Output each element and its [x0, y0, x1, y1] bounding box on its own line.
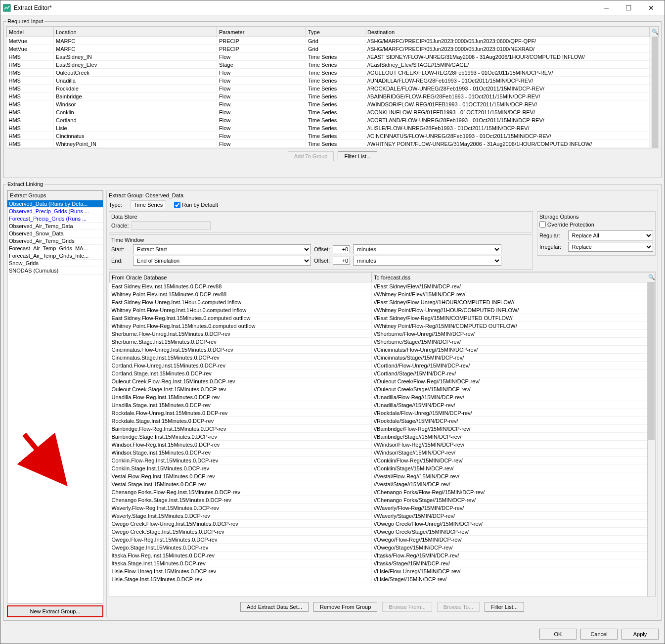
table-row[interactable]: Whitney Point.Flow-Unreg.Inst.1Hour.0.co… [110, 306, 655, 314]
run-by-default-input[interactable] [174, 202, 180, 208]
table-row[interactable]: Rockdale.Flow-Unreg.Inst.15Minutes.0.DCP… [110, 409, 655, 417]
table-row[interactable]: Owego Creek.Stage.Inst.15Minutes.0.DCP-r… [110, 528, 655, 536]
table-row[interactable]: Chenango Forks.Flow-Reg.Inst.15Minutes.0… [110, 488, 655, 496]
db-mapping-table[interactable]: From Oracle Database To forecast.dss 🔍 E… [109, 272, 656, 597]
filter-list-button-2[interactable]: Filter List... [485, 602, 524, 612]
ok-button[interactable]: OK [539, 629, 576, 640]
table-row[interactable]: MetVueMARFCPRECIPGrid//SHG/MARFC/PRECIP/… [7, 45, 659, 53]
extract-group-item[interactable]: Observed_Snow_Data [7, 230, 103, 237]
search-icon[interactable]: 🔍 [650, 27, 659, 37]
table-row[interactable]: Chenango Forks.Stage.Inst.15Minutes.0.DC… [110, 496, 655, 504]
run-by-default-checkbox[interactable]: Run by Default [174, 202, 218, 208]
regular-select[interactable]: Replace All [568, 230, 653, 240]
required-input-table[interactable]: ModelLocationParameterTypeDestination🔍 M… [6, 26, 659, 148]
table-row[interactable]: Cincinnatus.Stage.Inst.15Minutes.0.DCP-r… [110, 354, 655, 362]
table-row[interactable]: Owego.Flow-Reg.Inst.15Minutes.0.DCP-rev/… [110, 536, 655, 544]
table-row[interactable]: Bainbridge.Flow-Reg.Inst.15Minutes.0.DCP… [110, 425, 655, 433]
close-button[interactable]: ✕ [640, 1, 662, 15]
minimize-button[interactable]: ─ [595, 1, 618, 15]
table-row[interactable]: Itaska.Stage.Inst.15Minutes.0.DCP-rev//I… [110, 559, 655, 567]
table-row[interactable]: Vestal.Flow-Reg.Inst.15Minutes.0.DCP-rev… [110, 472, 655, 480]
table-row[interactable]: HMSOuleoutCreekFlowTime Series//OULEOUT … [7, 69, 659, 77]
apply-button[interactable]: Apply [621, 629, 659, 640]
table-row[interactable]: Waverly.Stage.Inst.15Minutes.0.DCP-rev//… [110, 512, 655, 520]
table-row[interactable]: East Sidney.Flow-Unreg.Inst.1Hour.0.comp… [110, 298, 655, 306]
table-row[interactable]: Bainbridge.Stage.Inst.15Minutes.0.DCP-re… [110, 433, 655, 441]
override-input[interactable] [539, 221, 546, 228]
table-row[interactable]: Lisle.Stage.Inst.15Minutes.0.DCP-rev//Li… [110, 575, 655, 583]
table-row[interactable]: Unadilla.Stage.Inst.15Minutes.0.DCP-rev/… [110, 401, 655, 409]
table-row[interactable]: Owego Creek.Flow-Unreg.Inst.15Minutes.0.… [110, 520, 655, 528]
table-row[interactable]: HMSBainbridgeFlowTime Series//BAINBRIDGE… [7, 92, 659, 100]
table-row[interactable]: Conklin.Flow-Reg.Inst.15Minutes.0.DCP-re… [110, 457, 655, 464]
end-select[interactable]: End of Simulation [133, 256, 311, 266]
table-row[interactable]: HMSWindsorFlowTime Series//WINDSOR/FLOW-… [7, 100, 659, 108]
extract-group-item[interactable]: Observed_Air_Temp_Grids [7, 237, 103, 245]
ri-header[interactable]: Destination [365, 27, 650, 37]
table-row[interactable]: Windsor.Flow-Reg.Inst.15Minutes.0.DCP-re… [110, 441, 655, 449]
table-row[interactable]: HMSUnadillaFlowTime Series//UNADILLA/FLO… [7, 77, 659, 85]
start-unit-select[interactable]: minutes [353, 244, 501, 254]
browse-from-button[interactable]: Browse From... [382, 602, 432, 612]
extract-group-item[interactable]: Observed_Air_Temp_Data [7, 223, 103, 230]
table-row[interactable]: Ouleout Creek.Stage.Inst.15Minutes.0.DCP… [110, 385, 655, 393]
browse-to-button[interactable]: Browse To... [437, 602, 480, 612]
db-header-from[interactable]: From Oracle Database [110, 273, 372, 282]
table-row[interactable]: HMSCortlandFlowTime Series//CORTLAND/FLO… [7, 116, 659, 124]
table-row[interactable]: MetVueMARFCPRECIPGrid//SHG/MARFC/PRECIP/… [7, 37, 659, 45]
extract-group-item[interactable]: Observed_Data (Runs by Defa... [7, 200, 103, 208]
irregular-select[interactable]: Replace [568, 242, 653, 252]
search-icon[interactable]: 🔍 [646, 273, 655, 282]
table-row[interactable]: Lisle.Flow-Unreg.Inst.15Minutes.0.DCP-re… [110, 567, 655, 575]
add-extract-data-set-button[interactable]: Add Extract Data Set... [240, 602, 309, 612]
table-row[interactable]: Cincinnatus.Flow-Unreg.Inst.15Minutes.0.… [110, 346, 655, 354]
table-row[interactable]: Rockdale.Stage.Inst.15Minutes.0.DCP-rev/… [110, 417, 655, 425]
extract-group-item[interactable]: SNODAS (Cumulus) [7, 267, 103, 275]
ri-header[interactable]: Model [7, 27, 54, 37]
table-row[interactable]: Conklin.Stage.Inst.15Minutes.0.DCP-rev//… [110, 464, 655, 472]
table-row[interactable]: HMSEastSidney_INFlowTime Series//EAST SI… [7, 53, 659, 61]
db-header-to[interactable]: To forecast.dss [372, 273, 646, 282]
extract-group-item[interactable]: Forecast_Air_Temp_Grids_Inte... [7, 252, 103, 260]
table-row[interactable]: Itaska.Flow-Reg.Inst.15Minutes.0.DCP-rev… [110, 552, 655, 559]
override-checkbox[interactable]: Override Protection [539, 221, 653, 228]
table-row[interactable]: Vestal.Stage.Inst.15Minutes.0.DCP-rev//V… [110, 480, 655, 488]
db-scrollbar[interactable] [647, 282, 655, 597]
ri-header[interactable]: Location [54, 27, 217, 37]
table-row[interactable]: HMSCincinnatusFlowTime Series//CINCINNAT… [7, 132, 659, 140]
table-row[interactable]: Cortland.Flow-Unreg.Inst.15Minutes.0.DCP… [110, 362, 655, 369]
table-row[interactable]: Whitney Point.Elev.Inst.15Minutes.0.DCP-… [110, 290, 655, 298]
filter-list-button[interactable]: Filter List... [338, 151, 377, 161]
table-row[interactable]: East Sidney.Flow-Reg.Inst.15Minutes.0.co… [110, 314, 655, 322]
table-row[interactable]: Sherburne.Stage.Inst.15Minutes.0.DCP-rev… [110, 338, 655, 346]
table-row[interactable]: Windsor.Stage.Inst.15Minutes.0.DCP-rev//… [110, 449, 655, 457]
table-row[interactable]: Ouleout Creek.Flow-Reg.Inst.15Minutes.0.… [110, 377, 655, 385]
table-row[interactable]: Waverly.Flow-Reg.Inst.15Minutes.0.DCP-re… [110, 504, 655, 512]
table-row[interactable]: Cortland.Stage.Inst.15Minutes.0.DCP-rev/… [110, 369, 655, 377]
cancel-button[interactable]: Cancel [580, 629, 618, 640]
scrollbar[interactable] [651, 37, 659, 148]
table-row[interactable]: HMSConklinFlowTime Series//CONKLIN/FLOW-… [7, 108, 659, 116]
extract-group-item[interactable]: Snow_Grids [7, 260, 103, 267]
start-select[interactable]: Extract Start [133, 244, 311, 254]
extract-group-item[interactable]: Observed_Precip_Grids (Runs ... [7, 208, 103, 215]
table-row[interactable]: HMSWhitneyPoint_INFlowTime Series//WHITN… [7, 140, 659, 148]
new-extract-group-button[interactable]: New Extract Group... [7, 605, 103, 617]
end-offset-input[interactable] [333, 257, 350, 265]
table-row[interactable]: HMSRockdaleFlowTime Series//ROCKDALE/FLO… [7, 85, 659, 92]
table-row[interactable]: HMSEastSidney_ElevStageTime Series//East… [7, 61, 659, 69]
ri-header[interactable]: Parameter [217, 27, 306, 37]
ri-header[interactable]: Type [306, 27, 365, 37]
start-offset-input[interactable] [333, 245, 350, 253]
maximize-button[interactable]: ☐ [618, 1, 640, 15]
extract-group-item[interactable]: Forecast_Air_Temp_Grids_MA... [7, 245, 103, 252]
extract-group-item[interactable]: Forecast_Precip_Grids (Runs ... [7, 215, 103, 223]
table-row[interactable]: Whitney Point.Flow-Reg.Inst.15Minutes.0.… [110, 322, 655, 330]
table-row[interactable]: Owego.Stage.Inst.15Minutes.0.DCP-rev//Ow… [110, 544, 655, 552]
table-row[interactable]: East Sidney.Elev.Inst.15Minutes.0.DCP-re… [110, 282, 655, 290]
end-unit-select[interactable]: minutes [353, 256, 501, 266]
remove-from-group-button[interactable]: Remove From Group [313, 602, 377, 612]
extract-groups-list[interactable]: Extract Groups Observed_Data (Runs by De… [7, 190, 103, 603]
table-row[interactable]: Unadilla.Flow-Reg.Inst.15Minutes.0.DCP-r… [110, 393, 655, 401]
table-row[interactable]: HMSLisleFlowTime Series//LISLE/FLOW-UNRE… [7, 124, 659, 132]
